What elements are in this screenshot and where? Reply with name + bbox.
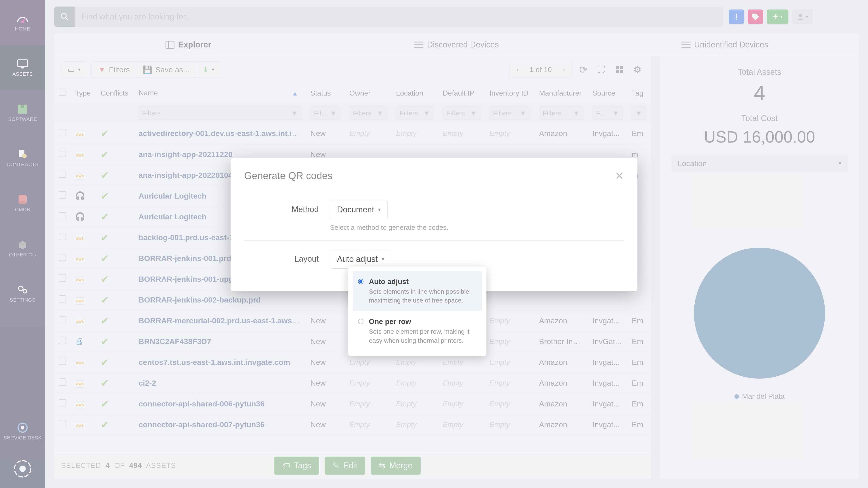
modal-close-button[interactable]: ✕ <box>615 169 624 182</box>
layout-select[interactable]: Auto adjust▾ <box>330 250 391 269</box>
chevron-down-icon: ▾ <box>378 207 381 213</box>
chevron-down-icon: ▾ <box>382 256 384 262</box>
modal-title: Generate QR codes <box>244 170 333 182</box>
close-icon: ✕ <box>615 170 624 182</box>
layout-option-one-per-row[interactable]: One per row Sets one element per row, ma… <box>352 311 482 351</box>
method-label: Method <box>244 200 330 214</box>
layout-dropdown: Auto adjust Sets elements in line when p… <box>348 267 487 356</box>
method-select[interactable]: Document▾ <box>330 200 388 219</box>
layout-label: Layout <box>244 250 330 264</box>
radio-icon <box>358 319 364 324</box>
method-help: Select a method to generate the codes. <box>330 224 624 231</box>
radio-checked-icon <box>358 279 364 284</box>
layout-option-auto[interactable]: Auto adjust Sets elements in line when p… <box>352 271 482 311</box>
